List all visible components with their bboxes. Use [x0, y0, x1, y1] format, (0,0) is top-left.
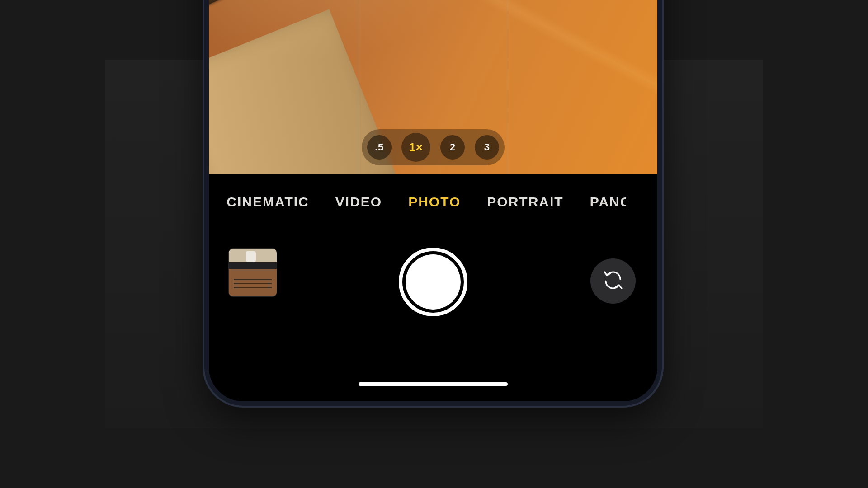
zoom-1x-button[interactable]: 1× — [401, 133, 430, 162]
zoom-3x-button[interactable]: 3 — [475, 135, 499, 160]
zoom-selector: .5 1× 2 3 — [362, 129, 505, 165]
app-stage: .5 1× 2 3 CINEMATIC VIDEO PHOTO PORTRAIT… — [105, 60, 763, 428]
viewfinder[interactable]: .5 1× 2 3 — [209, 0, 657, 174]
camera-app-screen: .5 1× 2 3 CINEMATIC VIDEO PHOTO PORTRAIT… — [209, 0, 657, 401]
flip-camera-icon — [602, 269, 624, 293]
flip-camera-button[interactable] — [590, 258, 636, 304]
shutter-inner — [406, 254, 461, 310]
mode-photo[interactable]: PHOTO — [408, 194, 461, 210]
zoom-2x-button[interactable]: 2 — [440, 135, 465, 160]
mode-video[interactable]: VIDEO — [335, 194, 382, 210]
shutter-button[interactable] — [399, 248, 467, 316]
home-indicator[interactable] — [359, 382, 508, 386]
bottom-row — [209, 246, 657, 318]
mode-selector[interactable]: CINEMATIC VIDEO PHOTO PORTRAIT PANO — [209, 194, 657, 210]
mode-cinematic[interactable]: CINEMATIC — [226, 194, 309, 210]
mode-pano[interactable]: PANO — [590, 194, 626, 210]
grid-line — [508, 0, 508, 174]
zoom-0_5x-button[interactable]: .5 — [367, 135, 392, 160]
mode-portrait[interactable]: PORTRAIT — [487, 194, 563, 210]
phone-frame: .5 1× 2 3 CINEMATIC VIDEO PHOTO PORTRAIT… — [203, 0, 664, 408]
controls-area: CINEMATIC VIDEO PHOTO PORTRAIT PANO — [209, 174, 657, 401]
phone-screen-bezel: .5 1× 2 3 CINEMATIC VIDEO PHOTO PORTRAIT… — [209, 0, 657, 401]
last-photo-thumbnail[interactable] — [229, 249, 277, 296]
grid-line — [359, 0, 359, 174]
